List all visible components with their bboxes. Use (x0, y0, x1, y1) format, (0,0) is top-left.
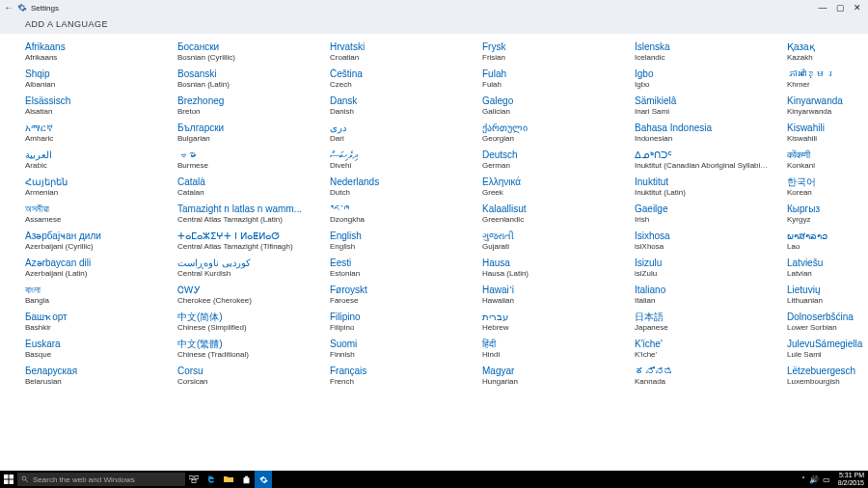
language-item[interactable]: کوردیی ناوەڕاستCentral Kurdish (177, 258, 312, 279)
svg-rect-7 (195, 476, 199, 479)
notification-icon[interactable]: ▭ (823, 475, 830, 484)
language-item[interactable]: KiswahiliKiswahili (787, 122, 868, 144)
language-item[interactable]: Азәрбајҹан дилиAzerbaijani (Cyrillic) (25, 230, 160, 252)
language-item[interactable]: עבריתHebrew (482, 312, 617, 333)
language-item[interactable]: DolnoserbšćinaLower Sorbian (787, 312, 868, 333)
language-item[interactable]: Azərbaycan diliAzerbaijani (Latin) (25, 258, 160, 279)
language-item[interactable]: ⵜⴰⵎⴰⵣⵉⵖⵜ ⵏ ⵍⴰⵟⵍⴰⵚCentral Atlas Tamazight… (177, 230, 312, 252)
language-item[interactable]: IgboIgbo (635, 68, 770, 90)
close-button[interactable]: ✕ (849, 1, 866, 14)
language-item[interactable]: DanskDanish (330, 95, 465, 117)
system-tray[interactable]: ˄ 🔊 ▭ 5:31 PM 8/2/2015 (801, 472, 868, 487)
store-icon[interactable] (237, 471, 255, 488)
language-item[interactable]: ΕλληνικάGreek (482, 176, 617, 198)
language-item[interactable]: Bahasa IndonesiaIndonesian (635, 122, 770, 144)
maximize-button[interactable]: ▢ (831, 1, 849, 14)
language-item[interactable]: BosanskiBosnian (Latin) (177, 68, 312, 90)
language-item[interactable]: कोंकणीKonkani (787, 149, 868, 171)
language-item[interactable]: KinyarwandaKinyarwanda (787, 95, 868, 117)
language-item[interactable]: 日本語Japanese (635, 312, 770, 333)
language-item[interactable]: ಕನ್ನಡKannada (635, 366, 770, 387)
language-item[interactable]: CorsuCorsican (177, 366, 312, 387)
language-item[interactable]: ᐃᓄᒃᑎᑐᑦInuktitut (Canadian Aboriginal Syl… (635, 149, 770, 171)
language-item[interactable]: CatalàCatalan (177, 176, 312, 198)
taskbar-search[interactable]: Search the web and Windows (17, 473, 185, 486)
language-item[interactable]: ItalianoItalian (635, 285, 770, 306)
language-item[interactable]: العربيةArabic (25, 149, 160, 171)
language-item[interactable]: ພາສາລາວLao (787, 230, 868, 252)
file-explorer-icon[interactable] (220, 471, 237, 488)
language-item[interactable]: বাংলাBangla (25, 285, 160, 306)
language-item[interactable]: KalaallisutGreenlandic (482, 203, 617, 225)
language-item[interactable]: ᏣᎳᎩCherokee (Cherokee) (177, 285, 312, 306)
language-item[interactable]: ShqipAlbanian (25, 68, 160, 90)
language-item[interactable]: ČeštinaCzech (330, 68, 465, 90)
language-item[interactable]: 中文(繁體)Chinese (Traditional) (177, 339, 312, 360)
language-item[interactable]: ދިވެހިބަސްDivehi (330, 149, 465, 171)
language-item[interactable]: SämikielâInari Sami (635, 95, 770, 117)
language-item[interactable]: IsixhosaisiXhosa (635, 230, 770, 252)
language-item[interactable]: FryskFrisian (482, 41, 617, 63)
language-item[interactable]: EuskaraBasque (25, 339, 160, 360)
language-item[interactable]: БашҡортBashkir (25, 312, 160, 333)
language-item[interactable]: ગુજરાતીGujarati (482, 230, 617, 252)
tray-chevron-icon[interactable]: ˄ (801, 475, 805, 484)
language-item[interactable]: ҚазақKazakh (787, 41, 868, 63)
volume-icon[interactable]: 🔊 (809, 475, 819, 484)
language-item[interactable]: LatviešuLatvian (787, 258, 868, 279)
language-item[interactable]: FrançaisFrench (330, 366, 465, 387)
language-item[interactable]: K'iche'K'iche' (635, 339, 770, 360)
language-item[interactable]: ՀայերենArmenian (25, 176, 160, 198)
language-item[interactable]: MagyarHungarian (482, 366, 617, 387)
language-english: Inuktitut (Latin) (635, 188, 770, 198)
language-item[interactable]: JulevuSámegiellaLule Sami (787, 339, 868, 360)
language-item[interactable]: FulahFulah (482, 68, 617, 90)
settings-taskbar-icon[interactable] (255, 471, 272, 488)
language-item[interactable]: DeutschGerman (482, 149, 617, 171)
language-item[interactable]: LietuviųLithuanian (787, 285, 868, 306)
language-item[interactable]: ElsässischAlsatian (25, 95, 160, 117)
language-item[interactable]: 中文(简体)Chinese (Simplified) (177, 312, 312, 333)
language-item[interactable]: FøroysktFaroese (330, 285, 465, 306)
language-item[interactable]: HawaiʻiHawaiian (482, 285, 617, 306)
language-item[interactable]: БългарскиBulgarian (177, 122, 312, 144)
language-item[interactable]: ភាសាខ្មែរKhmer (787, 68, 868, 90)
language-item[interactable]: AfrikaansAfrikaans (25, 41, 160, 63)
language-english: Frisian (482, 53, 617, 63)
language-item[interactable]: ÍslenskaIcelandic (635, 41, 770, 63)
edge-icon[interactable] (203, 471, 220, 488)
language-item[interactable]: SuomiFinnish (330, 339, 465, 360)
language-item[interactable]: ქართულიGeorgian (482, 122, 617, 144)
language-item[interactable]: NederlandsDutch (330, 176, 465, 198)
language-item[interactable]: درىDari (330, 122, 465, 144)
back-button[interactable]: ← (2, 1, 15, 14)
start-button[interactable] (0, 471, 17, 488)
language-item[interactable]: FilipinoFilipino (330, 312, 465, 333)
language-item[interactable]: አማርኛAmharic (25, 122, 160, 144)
language-item[interactable]: GaeilgeIrish (635, 203, 770, 225)
language-item[interactable]: हिंदीHindi (482, 339, 617, 360)
language-item[interactable]: অসমীয়াAssamese (25, 203, 160, 225)
language-item[interactable]: HausaHausa (Latin) (482, 258, 617, 279)
language-native: Қазақ (787, 41, 868, 53)
language-item[interactable]: КыргызKyrgyz (787, 203, 868, 225)
language-item[interactable]: БосанскиBosnian (Cyrillic) (177, 41, 312, 63)
task-view-icon[interactable] (185, 471, 203, 488)
language-item[interactable]: Tamazight n latlas n wamm...Central Atla… (177, 203, 312, 225)
taskbar-clock[interactable]: 5:31 PM 8/2/2015 (838, 472, 864, 487)
language-item[interactable]: InuktitutInuktitut (Latin) (635, 176, 770, 198)
language-item[interactable]: IsizuluisiZulu (635, 258, 770, 279)
language-item[interactable]: BrezhonegBreton (177, 95, 312, 117)
language-item[interactable]: HrvatskiCroatian (330, 41, 465, 63)
language-item[interactable]: ဗမာBurmese (177, 149, 312, 171)
language-english: Filipino (330, 323, 465, 333)
language-item[interactable]: LëtzebuergeschLuxembourgish (787, 366, 868, 387)
language-item[interactable]: GalegoGalician (482, 95, 617, 117)
minimize-button[interactable]: — (814, 1, 831, 14)
language-item[interactable]: རྫོང་ཁDzongkha (330, 203, 465, 225)
language-item[interactable]: БеларускаяBelarusian (25, 366, 160, 387)
language-item[interactable]: 한국어Korean (787, 176, 868, 198)
language-native: Кыргыз (787, 203, 868, 215)
language-item[interactable]: EnglishEnglish (330, 230, 465, 252)
language-item[interactable]: EestiEstonian (330, 258, 465, 279)
